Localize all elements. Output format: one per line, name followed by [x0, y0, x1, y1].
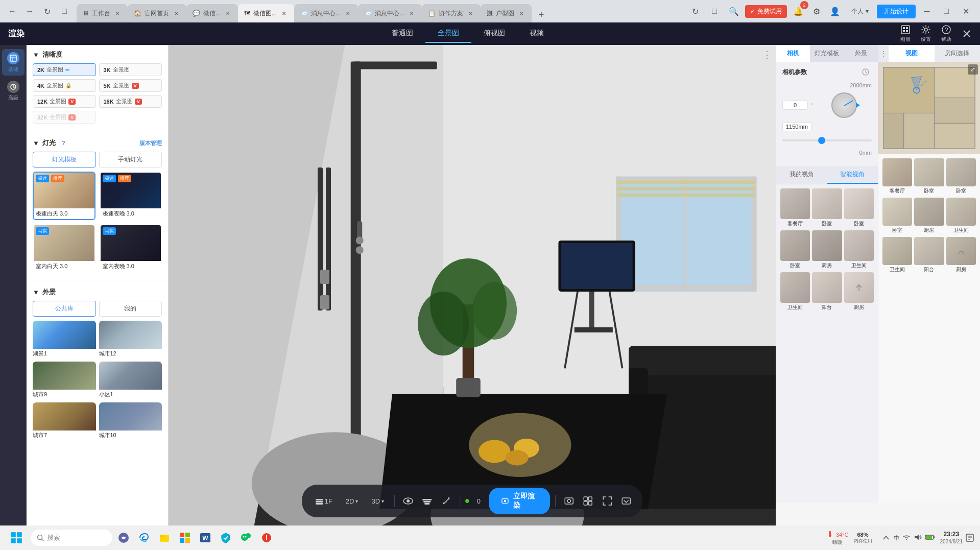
view-thumb-kitchen[interactable]: 厨房 [812, 230, 842, 270]
light-manual-tab[interactable]: 手动灯光 [99, 152, 162, 168]
view-thumb-bathroom2[interactable]: 卫生间 [780, 272, 810, 312]
my-views-tab[interactable]: 我的视角 [776, 166, 827, 184]
weather-block[interactable]: 🌡 34°C 晴朗 [826, 530, 849, 546]
tab-close-wechat1[interactable]: ✕ [224, 9, 232, 17]
rv-bathroom2[interactable]: 卫生间 [882, 237, 912, 274]
light-card-night-fast[interactable]: 极速 推荐 极速夜晚 3.0 [100, 172, 162, 220]
network-up-icon[interactable] [881, 533, 891, 542]
tab-close-msg2[interactable]: ✕ [408, 9, 416, 17]
tab-normal-view[interactable]: 普通图 [379, 25, 425, 43]
view-thumb-bathroom1[interactable]: 卫生间 [844, 230, 874, 270]
camera-reset-icon[interactable] [859, 66, 872, 78]
home-button[interactable]: □ [56, 3, 73, 19]
clarity-32k[interactable]: 32K 全景图 V [33, 111, 96, 124]
tab-msg2[interactable]: 📨 消息中心... ✕ [358, 4, 422, 22]
notification-bell-icon[interactable]: 🔔 2 [790, 3, 806, 19]
taskbar-search[interactable]: 搜索 [31, 530, 112, 546]
clock-block[interactable]: 23:23 2024/8/21 [940, 531, 963, 545]
exterior-city9[interactable]: 城市9 [33, 362, 96, 399]
tab-close-msg1[interactable]: ✕ [344, 9, 352, 17]
view-thumb-kitchen2[interactable]: 厨房 [844, 272, 874, 312]
clarity-12k[interactable]: 12K 全景图 V [33, 95, 96, 108]
exterior-city12[interactable]: 城市12 [99, 321, 162, 358]
clarity-4k[interactable]: 4K 全景图 🔒 [33, 79, 96, 92]
sidebar-item-base[interactable]: 基础 [2, 49, 25, 76]
sidebar-item-advanced[interactable]: 高级 [2, 78, 25, 104]
tab-video[interactable]: 视频 [517, 25, 556, 43]
light-card-indoor-day[interactable]: 写实 室内白天 3.0 [33, 224, 95, 273]
clarity-2k[interactable]: 2K 全景图 [33, 63, 96, 76]
taskbar-app-antivirus[interactable] [217, 529, 235, 547]
tab-close-floorplan[interactable]: ✕ [517, 9, 525, 17]
tab-top-view[interactable]: 俯视图 [471, 25, 517, 43]
tab-wechat1[interactable]: 💬 微信... ✕ [186, 4, 238, 22]
volume-icon[interactable] [914, 534, 922, 542]
exterior-lake1[interactable]: 湖景1 [33, 321, 96, 358]
camera-tab-exterior[interactable]: 外景 [844, 45, 878, 62]
minimap-expand-button[interactable]: ⤢ [968, 64, 978, 75]
rv-kitchen2[interactable]: 厨房 [946, 237, 976, 274]
extra-option[interactable]: 0 [472, 495, 486, 507]
back-button[interactable]: ← [4, 3, 20, 19]
tab-panorama[interactable]: 全景图 [425, 25, 471, 43]
tab-close-official[interactable]: ✕ [172, 9, 180, 17]
layers-button[interactable] [419, 492, 436, 510]
vr-tab-room[interactable]: 房间选择 [935, 45, 981, 62]
rv-kitchen[interactable]: 厨房 [914, 198, 944, 235]
light-card-day-fast[interactable]: 极速 推荐 极速白天 3.0 [33, 172, 95, 220]
smart-views-tab[interactable]: 智能视角 [827, 166, 878, 184]
taskbar-app-store[interactable] [176, 529, 194, 547]
battery-icon[interactable] [925, 534, 935, 542]
taskbar-app-files[interactable] [155, 529, 174, 547]
rv-bedroom1[interactable]: 卧室 [914, 158, 944, 196]
view-thumb-bedroom3[interactable]: 卧室 [780, 230, 810, 270]
floor-plan-minimap[interactable]: ⤢ [878, 62, 980, 154]
tab-close-collab[interactable]: ✕ [466, 9, 474, 17]
view-thumb-bedroom1[interactable]: 卧室 [812, 188, 842, 228]
vr-dots-icon[interactable]: ⋮ [878, 50, 889, 58]
new-tab-button[interactable]: + [534, 7, 549, 22]
tab-collab[interactable]: 📋 协作方案 ✕ [422, 4, 481, 22]
light-template-tab[interactable]: 灯光模板 [33, 152, 96, 168]
view-3d-btn[interactable]: 3D ▾ [366, 495, 389, 507]
angle-value[interactable]: 0 [782, 101, 808, 110]
camera-tab-camera[interactable]: 相机 [776, 45, 810, 62]
taskbar-app-cortana[interactable] [114, 529, 133, 547]
exterior-city7[interactable]: 城市7 [33, 402, 96, 440]
album-button[interactable]: 图册 [900, 25, 911, 43]
taskbar-app-word[interactable]: W [196, 529, 214, 547]
exterior-my-tab[interactable]: 我的 [99, 301, 162, 317]
exterior-complex1[interactable]: 小区1 [99, 362, 162, 399]
view-thumb-living[interactable]: 客餐厅 [780, 188, 810, 228]
settings-icon[interactable]: ⚙ [808, 3, 825, 19]
view-thumb-bedroom2[interactable]: 卧室 [844, 188, 874, 228]
exterior-city10[interactable]: 城市10 [99, 402, 162, 440]
close-app-button[interactable] [962, 29, 972, 39]
close-window-button[interactable]: ✕ [958, 3, 974, 19]
light-help-icon[interactable]: ? [62, 140, 65, 146]
measure-button[interactable] [438, 492, 455, 510]
tab-msg1[interactable]: 📨 消息中心... ✕ [294, 4, 358, 22]
forward-button[interactable]: → [21, 3, 38, 19]
view-thumb-balcony[interactable]: 阳台 [812, 272, 842, 312]
light-card-indoor-night[interactable]: 写实 室内夜晚 3.0 [100, 224, 162, 273]
canvas-more-options[interactable]: ⋮ [762, 49, 772, 60]
taskbar-app-edge[interactable] [135, 529, 153, 547]
settings-button[interactable]: 设置 [921, 25, 931, 43]
start-design-button[interactable]: 开始设计 [877, 5, 916, 18]
notification-center-button[interactable] [964, 532, 976, 544]
user-menu[interactable]: 个人 ▾ [846, 5, 874, 18]
camera-slider[interactable] [782, 139, 872, 141]
share-button[interactable] [618, 492, 635, 510]
tab-workbench[interactable]: 🖥 工作台 ✕ [77, 4, 128, 22]
search-nav-button[interactable]: 🔍 [726, 3, 742, 19]
copy-button[interactable]: □ [706, 3, 723, 19]
exterior-public-tab[interactable]: 公共库 [33, 301, 96, 317]
main-canvas[interactable]: 1F 2D ▾ 3D ▾ [169, 45, 776, 525]
version-manage-link[interactable]: 版本管理 [139, 139, 162, 147]
tab-official[interactable]: 🏠 官网首页 ✕ [128, 4, 186, 22]
free-trial-button[interactable]: ✓ 免费试用 [745, 5, 787, 18]
tab-close-workbench[interactable]: ✕ [113, 9, 122, 17]
screenshot-button[interactable] [561, 492, 577, 510]
profile-icon[interactable]: 👤 [827, 3, 843, 19]
